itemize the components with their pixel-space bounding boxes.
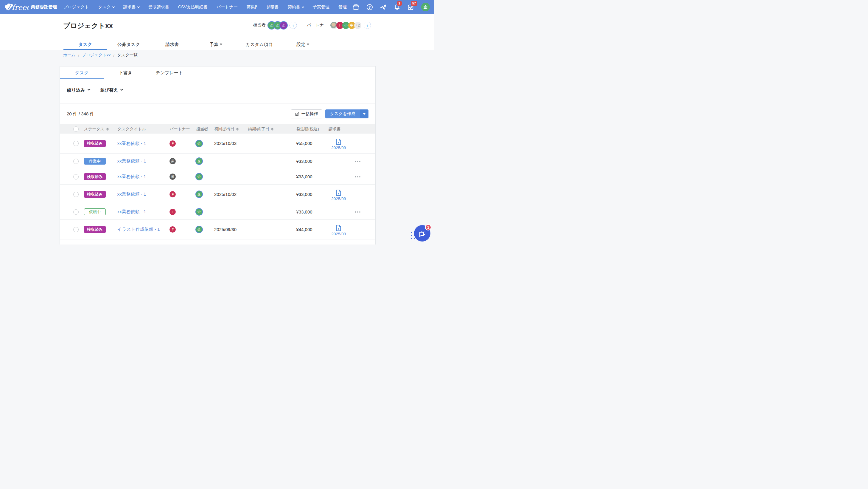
invoice-icon[interactable]: ¥	[336, 139, 341, 145]
partner-avatar[interactable]: 業	[169, 158, 176, 164]
row-menu-button[interactable]	[355, 176, 361, 177]
nav-item-admin[interactable]: 管理	[338, 4, 347, 10]
assignee-avatar[interactable]: 企	[196, 158, 202, 164]
svg-text:?: ?	[369, 5, 371, 9]
add-partner-button[interactable]: +	[364, 22, 371, 29]
breadcrumb-home[interactable]: ホーム	[63, 53, 75, 58]
row-checkbox[interactable]	[73, 192, 79, 197]
partner-avatar[interactable]: F	[169, 226, 176, 233]
row-checkbox[interactable]	[73, 174, 79, 179]
nav-item-csv-statements[interactable]: CSV支払明細書	[178, 4, 208, 10]
sort-icon[interactable]	[271, 127, 274, 131]
avatar-overflow-count[interactable]: +2	[354, 22, 361, 29]
table-row: 依頼中 xx業務依頼 - 1 F 企 ¥33,000 ¥	[60, 204, 375, 220]
navbar-right: ? 2 57 企	[353, 3, 434, 11]
nav-item-budget-actual[interactable]: 予実管理	[313, 4, 330, 10]
page-title: プロジェクトxx	[63, 21, 113, 30]
tab-budget[interactable]: 予算	[194, 39, 238, 50]
assignee-avatars: 企 企 企	[268, 22, 287, 29]
column-assignee: 担当者	[194, 126, 214, 132]
sort-icon[interactable]	[236, 127, 239, 131]
select-all-checkbox[interactable]	[73, 126, 79, 132]
invoice-month-link[interactable]: 2025/09	[331, 197, 346, 201]
nav-item-invoices[interactable]: 請求書	[123, 4, 140, 10]
row-checkbox[interactable]	[73, 227, 79, 232]
tab-custom-fields[interactable]: カスタム項目	[238, 39, 281, 50]
task-title-link[interactable]: xx業務依頼 - 1	[117, 209, 146, 214]
task-title-link[interactable]: xx業務依頼 - 1	[117, 174, 146, 179]
table-header: ステータス タスクタイトル パートナー 担当者 初回提出日 納期/終了日 発注額…	[60, 124, 375, 134]
add-assignee-button[interactable]: +	[289, 22, 297, 29]
order-amount: ¥55,000	[296, 141, 325, 146]
nav-item-received-invoices[interactable]: 受取請求書	[148, 4, 169, 10]
invoice-icon[interactable]: ¥	[336, 190, 341, 196]
chevron-down-icon	[120, 88, 123, 91]
nav-item-quotes[interactable]: 見積書	[266, 4, 279, 10]
svg-text:freee: freee	[12, 3, 29, 11]
breadcrumb-separator: /	[113, 53, 114, 58]
nav-item-projects[interactable]: プロジェクト	[63, 4, 89, 10]
assignee-avatar[interactable]: 企	[196, 209, 202, 215]
user-avatar[interactable]: 企	[421, 3, 430, 11]
partner-avatar[interactable]: F	[169, 191, 176, 197]
row-checkbox[interactable]	[73, 209, 79, 215]
row-menu-button[interactable]	[355, 161, 361, 162]
partners-label: パートナー	[307, 23, 328, 28]
row-menu-button[interactable]	[355, 211, 361, 212]
invoice-month-link[interactable]: 2025/09	[331, 232, 346, 236]
count-actions: 一括操作 タスクを作成	[291, 109, 369, 118]
assignee-avatar[interactable]: 企	[196, 191, 202, 197]
status-badge: 依頼中	[84, 208, 106, 215]
task-title-link[interactable]: xx業務依頼 - 1	[117, 158, 146, 164]
nav-item-contracts[interactable]: 契約書	[288, 4, 304, 10]
filter-button[interactable]: 絞り込み	[67, 86, 90, 94]
bell-icon[interactable]: 2	[394, 4, 400, 10]
edit-icon	[295, 112, 299, 116]
invoice-month-link[interactable]: 2025/09	[331, 145, 346, 150]
card-tab-drafts[interactable]: 下書き	[104, 66, 148, 79]
row-checkbox[interactable]	[73, 141, 79, 146]
bulk-action-button[interactable]: 一括操作	[291, 109, 322, 118]
chat-button[interactable]: 1	[414, 225, 430, 241]
card-tab-templates[interactable]: テンプレート	[148, 66, 191, 79]
chat-badge: 1	[425, 224, 431, 230]
page-tabs: タスク 公募タスク 請求書 予算 カスタム項目 設定	[0, 39, 434, 50]
nav-item-partners[interactable]: パートナー	[217, 4, 238, 10]
sort-icon[interactable]	[106, 127, 109, 131]
tab-public-tasks[interactable]: 公募タスク	[107, 39, 150, 50]
nav-item-tasks[interactable]: タスク	[98, 4, 114, 10]
breadcrumb: ホーム / プロジェクトxx / タスク一覧	[63, 53, 137, 58]
tab-tasks[interactable]: タスク	[63, 39, 107, 50]
task-title-link[interactable]: イラスト作成依頼 - 1	[117, 227, 160, 232]
task-badge: 57	[411, 1, 417, 6]
chat-icon	[418, 229, 427, 238]
task-title-link[interactable]: xx業務依頼 - 1	[117, 192, 146, 197]
sort-button[interactable]: 並び替え	[100, 86, 123, 94]
task-check-icon[interactable]: 57	[407, 4, 414, 10]
breadcrumb-separator: /	[78, 53, 79, 58]
task-title-link[interactable]: xx業務依頼 - 1	[117, 141, 146, 146]
card-tab-tasks[interactable]: タスク	[60, 66, 104, 79]
assignee-avatar[interactable]: 企	[196, 226, 202, 233]
breadcrumb-project[interactable]: プロジェクトxx	[82, 53, 111, 58]
count-row: 20 件 / 348 件 一括操作 タスクを作成	[60, 104, 375, 124]
send-icon[interactable]	[380, 4, 386, 10]
gift-icon[interactable]	[353, 4, 359, 10]
column-title: タスクタイトル	[117, 126, 167, 132]
invoice-icon[interactable]: ¥	[336, 225, 341, 231]
create-task-button[interactable]: タスクを作成	[325, 109, 360, 118]
help-icon[interactable]: ?	[366, 4, 373, 10]
nav-item-recruiting[interactable]: 募集β	[247, 4, 257, 10]
tab-invoices[interactable]: 請求書	[150, 39, 194, 50]
create-task-dropdown-button[interactable]	[360, 109, 369, 118]
row-checkbox[interactable]	[73, 159, 79, 164]
avatar[interactable]: 企	[280, 22, 287, 29]
partner-avatar[interactable]: F	[169, 140, 176, 147]
tab-settings[interactable]: 設定	[281, 39, 324, 50]
assignee-avatar[interactable]: 企	[196, 140, 202, 147]
assignee-avatar[interactable]: 企	[196, 174, 202, 180]
partner-avatar[interactable]: F	[169, 209, 176, 215]
partner-avatar[interactable]: 業	[169, 174, 176, 180]
brand[interactable]: freee 業務委託管理	[0, 2, 57, 12]
status-badge: 作業中	[84, 158, 106, 165]
